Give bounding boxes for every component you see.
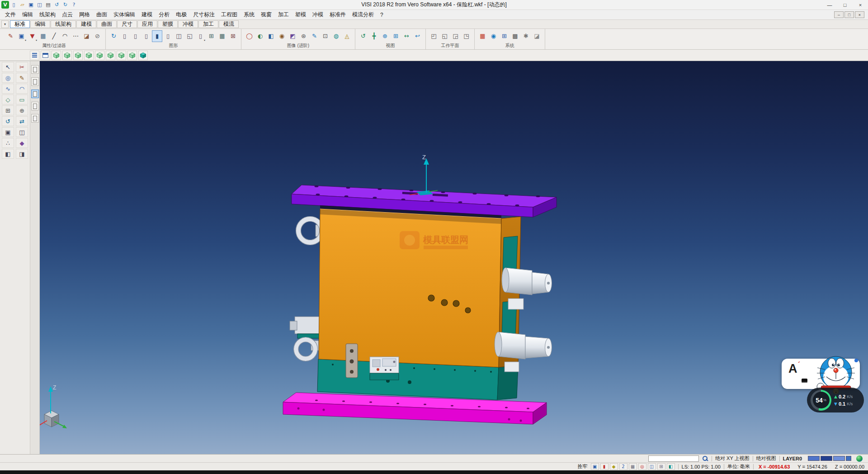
support-cylinder-upper[interactable]	[502, 268, 552, 295]
view-bottom-icon[interactable]	[117, 51, 126, 60]
menu-help[interactable]: ?	[377, 10, 387, 19]
workplane-3pt[interactable]: ◱	[439, 30, 450, 42]
mdi-close-button[interactable]: ×	[855, 11, 864, 18]
menu-file[interactable]: 文件	[2, 10, 19, 19]
filter-reset[interactable]: ⊘	[92, 30, 103, 42]
support-cylinder-lower[interactable]	[495, 332, 552, 359]
help-icon[interactable]: ?	[70, 1, 78, 9]
plane-display[interactable]: ◪	[532, 30, 542, 42]
doc-filter-3[interactable]	[31, 90, 39, 98]
menu-molding[interactable]: 塑模	[292, 10, 309, 19]
half-left-tool[interactable]: ◧	[2, 149, 14, 159]
view-grid[interactable]: ⊞	[206, 30, 217, 42]
viewport-3d-canvas[interactable]: 模具联盟网	[40, 61, 868, 454]
tab-wireframe[interactable]: 线架构	[51, 20, 76, 28]
view-table[interactable]: ▦	[217, 30, 227, 42]
snap-point-tool[interactable]: ◎	[2, 73, 14, 83]
redline-icon[interactable]: ▮	[600, 463, 609, 470]
layer-color-3[interactable]	[833, 456, 845, 461]
snap-settings[interactable]: ✱	[521, 30, 531, 42]
menu-machining[interactable]: 加工	[275, 10, 292, 19]
minimize-button[interactable]: —	[822, 0, 837, 10]
absolute-view-label[interactable]: 绝对视图	[756, 455, 776, 462]
search-icon[interactable]	[702, 455, 708, 462]
workplane-entity[interactable]: ◲	[450, 30, 461, 42]
snap-indicator-icon[interactable]: ◎	[638, 463, 646, 470]
screenshot[interactable]: ⊡	[320, 30, 330, 42]
active-layer-label[interactable]: LAYER0	[783, 456, 802, 461]
filter-line[interactable]: ╱	[49, 30, 59, 42]
visi-logo[interactable]: V	[1, 1, 9, 9]
render-sphere-icon[interactable]	[856, 455, 863, 462]
zoom-fit-view[interactable]: ↔	[401, 30, 412, 42]
view-split[interactable]: ◫	[174, 30, 184, 42]
material[interactable]: ◍	[331, 30, 341, 42]
view-trimetric-icon[interactable]	[127, 51, 137, 60]
menu-wireframe[interactable]: 线架构	[36, 10, 59, 19]
diamond-tool[interactable]: ◆	[16, 138, 28, 148]
tab-standard[interactable]: 标准	[10, 20, 30, 28]
grid-tool[interactable]: ⊞	[2, 105, 14, 115]
render-settings[interactable]: ⊛	[298, 30, 309, 42]
view-top-icon[interactable]	[62, 51, 72, 60]
tab-edit[interactable]: 编辑	[30, 20, 50, 28]
tab-flow[interactable]: 模流	[219, 20, 239, 28]
database-table[interactable]: ⊞	[499, 30, 509, 42]
viewport-menu-icon[interactable]	[30, 51, 39, 60]
doc-filter-2[interactable]	[31, 77, 39, 86]
view-isometric-icon[interactable]	[52, 51, 61, 60]
zoom-window-view[interactable]: ⊞	[391, 30, 401, 42]
shading-flat[interactable]: ◧	[266, 30, 276, 42]
modify-attributes[interactable]: ✎	[5, 30, 16, 42]
tab-modeling[interactable]: 建模	[76, 20, 96, 28]
copy-attributes[interactable]: ▣▾	[16, 30, 27, 42]
snap-lock-label[interactable]: 拴牢	[578, 463, 588, 470]
options-grid[interactable]: ▩	[510, 30, 520, 42]
view-stack[interactable]: ◱	[184, 30, 195, 42]
sketch-tool[interactable]: ✎	[16, 73, 28, 83]
grid-toggle-icon[interactable]: ⊞	[657, 463, 665, 470]
open-file-icon[interactable]: ▱	[19, 1, 26, 9]
menu-flow-analysis[interactable]: 模流分析	[349, 10, 377, 19]
plane-indicator-icon[interactable]: ◧	[667, 463, 675, 470]
split-tool[interactable]: ◫	[16, 127, 28, 137]
menu-solid-edit[interactable]: 实体编辑	[110, 10, 138, 19]
session-save-icon[interactable]: ▣	[591, 463, 599, 470]
mdi-restore-button[interactable]: □	[844, 11, 854, 18]
world-settings[interactable]: ◉	[488, 30, 499, 42]
layer-color-4[interactable]	[846, 456, 851, 461]
view-column-2[interactable]: ▯	[130, 30, 141, 42]
tab-dimension[interactable]: 尺寸	[117, 20, 137, 28]
save-icon[interactable]: ▣	[27, 1, 35, 9]
filter-layer[interactable]: ▦	[38, 30, 48, 42]
sketch-render[interactable]: ✎	[309, 30, 320, 42]
lighting[interactable]: ◬	[342, 30, 352, 42]
workplane-standard[interactable]: ◰	[429, 30, 439, 42]
solid-tool[interactable]: ▣	[2, 127, 14, 137]
doc-filter-4[interactable]	[31, 102, 39, 110]
new-file-icon[interactable]: ▯	[10, 1, 18, 9]
menu-window[interactable]: 视窗	[258, 10, 275, 19]
view-back-icon[interactable]	[84, 51, 94, 60]
shading-smooth[interactable]: ◉	[277, 30, 287, 42]
filter-erase[interactable]: ◪	[81, 30, 92, 42]
tab-application[interactable]: 应用	[137, 20, 157, 28]
view-column-1[interactable]: ▯	[119, 30, 130, 42]
search-input[interactable]	[648, 455, 699, 462]
offset-tool[interactable]: ⊕	[16, 105, 28, 115]
close-button[interactable]: ×	[853, 0, 868, 10]
polygon-tool[interactable]: ◇	[2, 95, 14, 104]
menu-analysis[interactable]: 分析	[156, 10, 173, 19]
redraw[interactable]: ↻	[108, 30, 119, 42]
tab-overflow-button[interactable]: ▾	[1, 20, 9, 28]
filter-arc[interactable]: ◠	[60, 30, 70, 42]
view-column-4[interactable]: ▯	[163, 30, 173, 42]
menu-standard-parts[interactable]: 标准件	[326, 10, 349, 19]
tab-die[interactable]: 冲模	[178, 20, 198, 28]
mdi-minimize-button[interactable]: –	[834, 11, 844, 18]
view-right-icon[interactable]	[106, 51, 115, 60]
measure-tool[interactable]: ∴	[2, 138, 14, 148]
lifting-ring-lower[interactable]	[290, 317, 321, 361]
view-column-active[interactable]: ▮	[152, 30, 162, 42]
maximize-button[interactable]: □	[837, 0, 853, 10]
